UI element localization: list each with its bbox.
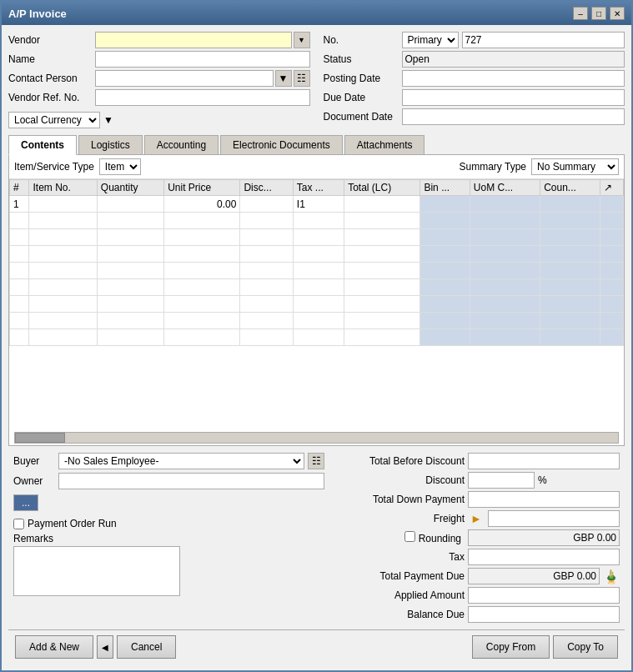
cell-bin[interactable] [420,329,470,346]
cell-uom_c[interactable] [470,329,540,346]
cell-coun[interactable] [540,246,600,263]
remarks-textarea[interactable] [13,546,180,596]
horizontal-scrollbar[interactable] [14,432,619,444]
cell-uom_c[interactable] [470,313,540,329]
cancel-button[interactable]: Cancel [117,635,176,659]
document-date-input[interactable] [402,108,625,125]
buyer-icon-button[interactable]: ☷ [308,453,324,469]
table-row[interactable]: 10.00I1 [10,196,624,213]
total-down-payment-input[interactable] [468,491,620,508]
cell-num[interactable] [10,263,29,279]
vendor-input[interactable] [95,32,292,48]
cell-item_no[interactable] [29,296,97,313]
currency-select[interactable]: Local Currency [8,112,100,128]
cell-item_no[interactable] [29,229,97,246]
contact-dropdown-button[interactable]: ▼ [275,70,292,87]
cell-quantity[interactable] [97,196,163,213]
cell-discount[interactable] [240,246,293,263]
cell-num[interactable] [10,229,29,246]
cell-coun[interactable] [540,196,600,213]
cell-quantity[interactable] [97,296,163,313]
cell-unit_price[interactable] [164,213,240,229]
cell-uom_c[interactable] [470,246,540,263]
cell-tax[interactable] [293,229,344,246]
contact-person-input[interactable] [95,70,274,87]
cell-coun[interactable] [540,296,600,313]
posting-date-input[interactable] [402,70,625,87]
discount-input[interactable] [468,472,535,489]
cell-bin[interactable] [420,313,470,329]
table-row[interactable] [10,213,624,229]
cell-discount[interactable] [240,196,293,213]
scroll-thumb[interactable] [15,433,65,443]
cell-unit_price[interactable] [164,279,240,296]
owner-input[interactable] [58,473,324,489]
cell-tax[interactable] [293,263,344,279]
cell-unit_price[interactable] [164,329,240,346]
tab-contents[interactable]: Contents [8,135,77,155]
cell-bin[interactable] [420,279,470,296]
cell-tax[interactable] [293,329,344,346]
cell-unit_price[interactable] [164,263,240,279]
name-input[interactable] [95,51,310,68]
cell-quantity[interactable] [97,213,163,229]
cell-bin[interactable] [420,263,470,279]
cell-bin[interactable] [420,213,470,229]
tab-electronic-documents[interactable]: Electronic Documents [220,135,343,154]
no-type-select[interactable]: Primary [402,32,459,48]
due-date-input[interactable] [402,89,625,106]
maximize-button[interactable]: □ [591,7,606,20]
table-row[interactable] [10,313,624,329]
total-before-discount-input[interactable] [468,453,620,469]
cell-tax[interactable] [293,246,344,263]
cell-uom_c[interactable] [470,263,540,279]
cell-total_lc[interactable] [344,246,420,263]
cell-unit_price[interactable] [164,296,240,313]
cell-discount[interactable] [240,329,293,346]
no-value-input[interactable] [462,32,625,48]
item-service-type-select[interactable]: Item [99,158,141,175]
cell-tax[interactable] [293,279,344,296]
cell-unit_price[interactable] [164,246,240,263]
cell-num[interactable] [10,246,29,263]
applied-amount-input[interactable] [468,587,620,604]
cell-uom_c[interactable] [470,196,540,213]
dots-button[interactable]: ... [13,494,38,511]
vendor-search-button[interactable]: ▼ [294,32,310,48]
cell-discount[interactable] [240,296,293,313]
cell-quantity[interactable] [97,246,163,263]
cell-tax[interactable] [293,213,344,229]
total-payment-due-icon[interactable]: 🎍 [603,569,620,584]
cell-item_no[interactable] [29,213,97,229]
cell-coun[interactable] [540,213,600,229]
tab-accounting[interactable]: Accounting [144,135,219,154]
cell-discount[interactable] [240,263,293,279]
table-row[interactable] [10,296,624,313]
cell-item_no[interactable] [29,279,97,296]
cell-num[interactable] [10,313,29,329]
table-row[interactable] [10,246,624,263]
cell-uom_c[interactable] [470,213,540,229]
cell-uom_c[interactable] [470,229,540,246]
cell-total_lc[interactable] [344,313,420,329]
cell-unit_price[interactable] [164,229,240,246]
buyer-select[interactable]: -No Sales Employee- [58,453,304,469]
copy-to-button[interactable]: Copy To [553,635,618,659]
rounding-checkbox[interactable] [404,531,415,542]
cell-total_lc[interactable] [344,229,420,246]
cell-discount[interactable] [240,213,293,229]
cell-discount[interactable] [240,313,293,329]
cell-bin[interactable] [420,246,470,263]
copy-from-button[interactable]: Copy From [472,635,550,659]
cell-item_no[interactable] [29,263,97,279]
freight-input[interactable] [488,510,620,527]
cell-bin[interactable] [420,196,470,213]
cell-tax[interactable] [293,296,344,313]
cell-total_lc[interactable] [344,196,420,213]
add-new-button[interactable]: Add & New [15,635,93,659]
cell-total_lc[interactable] [344,329,420,346]
cell-unit_price[interactable]: 0.00 [164,196,240,213]
cell-coun[interactable] [540,329,600,346]
table-row[interactable] [10,229,624,246]
contact-icon-button[interactable]: ☷ [294,70,310,87]
